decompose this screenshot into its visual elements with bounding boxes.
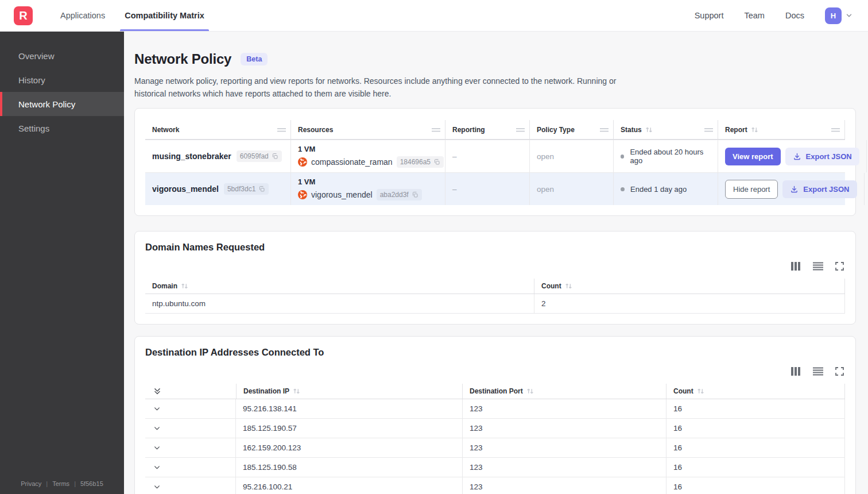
column-header-policy-type[interactable]: Policy Type: [530, 120, 614, 139]
rows-icon[interactable]: [813, 367, 823, 376]
nav-link-docs[interactable]: Docs: [785, 11, 804, 20]
vm-id-badge[interactable]: 184696a5: [397, 156, 444, 168]
column-header-destination-port[interactable]: Destination Port: [463, 384, 666, 399]
status-cell: Ended about 20 hours ago: [614, 140, 718, 172]
chevron-down-icon[interactable]: [153, 444, 161, 451]
resize-handle-icon[interactable]: [704, 128, 713, 132]
destination-port-cell: 123: [463, 477, 666, 494]
privacy-link[interactable]: Privacy: [21, 480, 41, 487]
columns-icon[interactable]: [791, 367, 801, 376]
column-header-destination-ip[interactable]: Destination IP: [236, 384, 463, 399]
export-json-button[interactable]: Export JSON: [785, 148, 859, 165]
column-label: Resources: [298, 126, 333, 134]
column-header-count[interactable]: Count: [534, 279, 845, 294]
domains-card: Domain Names Requested Domain Count: [134, 231, 856, 325]
sidebar-item-settings[interactable]: Settings: [0, 116, 124, 140]
vm-id: 184696a5: [400, 158, 431, 166]
expand-row-button[interactable]: [145, 458, 236, 477]
primary-tabs: Applications Compatibility Matrix: [60, 0, 204, 31]
chevron-down-icon[interactable]: [153, 405, 161, 412]
sort-icon[interactable]: [181, 283, 188, 290]
status-dot-icon: [621, 187, 625, 191]
column-header-status[interactable]: Status: [614, 120, 718, 139]
sort-icon[interactable]: [526, 388, 534, 395]
destinations-table-header: Destination IP Destination Port Count: [145, 384, 845, 399]
columns-icon[interactable]: [791, 262, 801, 271]
expand-all-rows-button[interactable]: [145, 384, 236, 399]
chevron-down-icon[interactable]: [153, 464, 161, 471]
column-header-domain[interactable]: Domain: [145, 279, 534, 294]
sidebar-item-history[interactable]: History: [0, 68, 124, 92]
column-header-report[interactable]: Report: [718, 120, 845, 139]
expand-row-button[interactable]: [145, 438, 236, 457]
resize-handle-icon[interactable]: [277, 128, 286, 132]
ubuntu-icon: [298, 157, 307, 167]
top-nav: R Applications Compatibility Matrix Supp…: [0, 0, 868, 32]
column-label: Status: [621, 126, 642, 134]
destinations-card: Destination IP Addresses Connected To De…: [134, 336, 856, 494]
networks-table: Network Resources Reporting Policy Type: [145, 120, 845, 205]
sidebar-item-overview[interactable]: Overview: [0, 44, 124, 68]
network-id-badge[interactable]: 60959fad: [237, 150, 282, 162]
tab-compatibility-matrix[interactable]: Compatibility Matrix: [125, 0, 204, 31]
nav-link-team[interactable]: Team: [744, 11, 764, 20]
rows-icon[interactable]: [813, 262, 823, 271]
export-json-button[interactable]: Export JSON: [782, 180, 857, 198]
sidebar: Overview History Network Policy Settings…: [0, 32, 124, 494]
sort-icon[interactable]: [751, 126, 758, 133]
hide-report-button[interactable]: Hide report: [725, 180, 778, 199]
copy-icon[interactable]: [433, 159, 440, 165]
expand-row-button[interactable]: [145, 399, 236, 418]
network-id: 5bdf3dc1: [227, 185, 255, 193]
network-name: musing_stonebraker: [152, 152, 231, 161]
vm-id-badge[interactable]: aba2dd3f: [377, 189, 422, 200]
chevron-down-icon[interactable]: [153, 424, 161, 432]
sidebar-item-network-policy[interactable]: Network Policy: [0, 92, 124, 116]
copy-icon[interactable]: [258, 186, 265, 192]
column-header-count[interactable]: Count: [666, 384, 845, 399]
vm-id: aba2dd3f: [380, 191, 409, 199]
network-name-cell: vigorous_mendel 5bdf3dc1: [145, 173, 291, 205]
chevron-down-icon[interactable]: [153, 483, 161, 491]
app-logo[interactable]: R: [14, 6, 33, 25]
column-header-reporting[interactable]: Reporting: [445, 120, 530, 139]
double-chevron-down-icon[interactable]: [153, 387, 161, 396]
tab-applications[interactable]: Applications: [60, 0, 105, 31]
column-label: Domain: [152, 282, 177, 290]
resize-handle-icon[interactable]: [432, 128, 440, 132]
count-cell: 16: [666, 458, 845, 477]
user-menu[interactable]: H: [825, 7, 853, 24]
domain-row: ntp.ubuntu.com 2: [145, 294, 845, 314]
view-report-button[interactable]: View report: [725, 148, 781, 165]
expand-icon[interactable]: [835, 262, 844, 271]
copy-icon[interactable]: [272, 153, 278, 160]
destinations-table: Destination IP Destination Port Count: [145, 384, 845, 494]
export-json-label: Export JSON: [803, 185, 849, 194]
expand-row-button[interactable]: [145, 477, 236, 494]
report-cell: View report Export JSON: [718, 140, 867, 172]
column-header-resources[interactable]: Resources: [291, 120, 445, 139]
table-toolbar: [145, 367, 844, 376]
policy-type-cell: open: [530, 173, 614, 205]
sort-icon[interactable]: [697, 388, 704, 395]
chevron-down-icon[interactable]: [845, 11, 853, 20]
sort-icon[interactable]: [645, 126, 653, 133]
avatar[interactable]: H: [825, 7, 842, 24]
copy-icon[interactable]: [412, 191, 418, 198]
table-toolbar: [145, 262, 844, 271]
column-label: Report: [725, 126, 747, 134]
terms-link[interactable]: Terms: [52, 480, 69, 487]
policy-type-cell: open: [530, 140, 614, 172]
network-id-badge[interactable]: 5bdf3dc1: [224, 183, 269, 195]
column-header-network[interactable]: Network: [145, 120, 291, 139]
expand-row-button[interactable]: [145, 419, 236, 438]
resize-handle-icon[interactable]: [600, 128, 609, 132]
nav-link-support[interactable]: Support: [695, 11, 724, 20]
resize-handle-icon[interactable]: [831, 128, 840, 132]
download-icon: [793, 152, 801, 161]
destination-row: 162.159.200.123 123 16: [145, 438, 845, 458]
resize-handle-icon[interactable]: [516, 128, 525, 132]
sort-icon[interactable]: [293, 388, 300, 395]
expand-icon[interactable]: [835, 367, 844, 376]
sort-icon[interactable]: [565, 283, 572, 290]
